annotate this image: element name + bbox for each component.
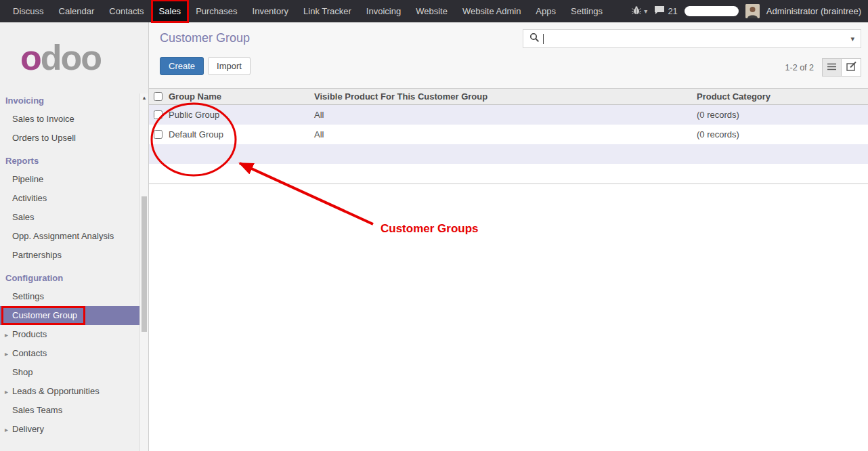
row-checkbox[interactable]	[154, 130, 162, 139]
table-row[interactable]: Default Group All (0 records)	[149, 125, 868, 144]
top-navbar: Discuss Calendar Contacts Sales Purchase…	[0, 0, 868, 22]
systray: ▾ 21 Administrator (braintree)	[632, 0, 868, 22]
sidebar-item-shop[interactable]: Shop	[0, 363, 139, 382]
scrollbar-thumb[interactable]	[142, 196, 147, 332]
sidebar-item-products[interactable]: ▸ Products	[0, 325, 139, 344]
search-bar[interactable]: ▾	[523, 29, 861, 48]
messages-menu[interactable]: 21	[654, 5, 677, 17]
user-menu[interactable]: Administrator (braintree)	[766, 6, 861, 16]
create-button[interactable]: Create	[160, 57, 204, 75]
nav-purchases[interactable]: Purchases	[188, 0, 244, 22]
sidebar-item-label: Customer Group	[12, 310, 77, 320]
sidebar-menu: Invoicing Sales to Invoice Orders to Ups…	[0, 87, 139, 439]
nav-apps[interactable]: Apps	[528, 0, 563, 22]
select-all-checkbox[interactable]	[154, 92, 162, 101]
edit-form-icon	[846, 62, 856, 74]
sidebar-item-label: Contacts	[12, 348, 47, 358]
nav-discuss[interactable]: Discuss	[5, 0, 51, 22]
top-nav-menu: Discuss Calendar Contacts Sales Purchase…	[5, 0, 610, 22]
search-dropdown-caret-icon[interactable]: ▾	[850, 35, 854, 43]
sidebar-scrollbar[interactable]: ▴	[139, 93, 148, 451]
nav-website-admin[interactable]: Website Admin	[455, 0, 528, 22]
control-panel: Customer Group ▾ Create Import 1-2 of 2	[149, 22, 868, 88]
chevron-down-icon: ▾	[644, 7, 647, 15]
odoo-logo: odoo	[0, 22, 148, 75]
chevron-right-icon: ▸	[5, 425, 8, 435]
logo-letter: o	[20, 38, 41, 77]
user-avatar[interactable]	[745, 4, 760, 18]
sidebar-item-activities[interactable]: Activities	[0, 189, 139, 208]
col-product-category[interactable]: Product Category	[695, 91, 868, 102]
sidebar-section-invoicing: Invoicing	[0, 87, 139, 110]
nav-calendar[interactable]: Calendar	[51, 0, 102, 22]
chevron-right-icon: ▸	[5, 387, 8, 397]
list-view-button[interactable]	[822, 58, 842, 77]
cell-visible-product: All	[312, 110, 695, 120]
cell-visible-product: All	[312, 129, 695, 139]
text-cursor	[543, 34, 544, 44]
sidebar-item-label: Delivery	[12, 424, 44, 434]
messages-count: 21	[668, 6, 677, 16]
sidebar-section-configuration: Configuration	[0, 265, 139, 287]
sidebar-item-opp-assignment-analysis[interactable]: Opp. Assignment Analysis	[0, 227, 139, 246]
nav-invoicing[interactable]: Invoicing	[359, 0, 408, 22]
nav-contacts[interactable]: Contacts	[102, 0, 151, 22]
main-content: Customer Group ▾ Create Import 1-2 of 2	[149, 22, 868, 451]
form-view-button[interactable]	[842, 58, 861, 77]
sidebar-item-leads-opportunities[interactable]: ▸ Leads & Opportunities	[0, 382, 139, 401]
cell-group-name: Public Group	[167, 110, 312, 120]
table-row[interactable]: Public Group All (0 records)	[149, 105, 868, 125]
chevron-right-icon: ▸	[5, 330, 8, 340]
list-icon	[827, 62, 837, 74]
sidebar-item-partnerships[interactable]: Partnerships	[0, 246, 139, 265]
sidebar-item-sales-teams[interactable]: Sales Teams	[0, 401, 139, 420]
debug-menu[interactable]: ▾	[632, 5, 647, 17]
status-pill[interactable]	[685, 6, 739, 16]
table-header-row: Group Name Visible Product For This Cust…	[149, 88, 868, 105]
logo-rest: doo	[41, 38, 101, 77]
list-view: Group Name Visible Product For This Cust…	[149, 88, 868, 184]
search-icon	[529, 33, 540, 45]
sidebar: odoo Invoicing Sales to Invoice Orders t…	[0, 22, 149, 451]
cell-product-category: (0 records)	[695, 110, 868, 120]
pager: 1-2 of 2	[785, 63, 814, 72]
bug-icon	[632, 5, 641, 17]
sidebar-item-label: Leads & Opportunities	[12, 386, 100, 396]
sidebar-item-contacts[interactable]: ▸ Contacts	[0, 344, 139, 363]
page-title: Customer Group	[160, 31, 250, 45]
chat-bubble-icon	[654, 5, 665, 17]
table-filler-row	[149, 144, 868, 164]
table-filler-row	[149, 164, 868, 184]
sidebar-item-label: Products	[12, 329, 47, 339]
sidebar-item-sales-to-invoice[interactable]: Sales to Invoice	[0, 110, 139, 129]
nav-settings[interactable]: Settings	[563, 0, 610, 22]
view-switcher	[822, 58, 861, 77]
col-group-name[interactable]: Group Name	[167, 91, 312, 102]
sidebar-item-settings[interactable]: Settings	[0, 287, 139, 306]
nav-link-tracker[interactable]: Link Tracker	[296, 0, 359, 22]
sidebar-section-reports: Reports	[0, 148, 139, 170]
nav-website[interactable]: Website	[408, 0, 455, 22]
col-visible-product[interactable]: Visible Product For This Customer Group	[312, 91, 695, 102]
sidebar-item-orders-to-upsell[interactable]: Orders to Upsell	[0, 129, 139, 148]
nav-sales[interactable]: Sales	[152, 0, 189, 22]
scroll-up-arrow-icon[interactable]: ▴	[140, 93, 148, 102]
import-button[interactable]: Import	[208, 57, 251, 75]
nav-inventory[interactable]: Inventory	[245, 0, 296, 22]
sidebar-item-sales[interactable]: Sales	[0, 208, 139, 227]
table-bottom-border	[149, 184, 868, 184]
chevron-right-icon: ▸	[5, 349, 8, 359]
sidebar-item-delivery[interactable]: ▸ Delivery	[0, 420, 139, 439]
sidebar-item-customer-group[interactable]: Customer Group	[0, 306, 139, 325]
cell-product-category: (0 records)	[695, 129, 868, 139]
sidebar-item-pipeline[interactable]: Pipeline	[0, 170, 139, 189]
cell-group-name: Default Group	[167, 129, 312, 139]
row-checkbox[interactable]	[154, 110, 162, 119]
